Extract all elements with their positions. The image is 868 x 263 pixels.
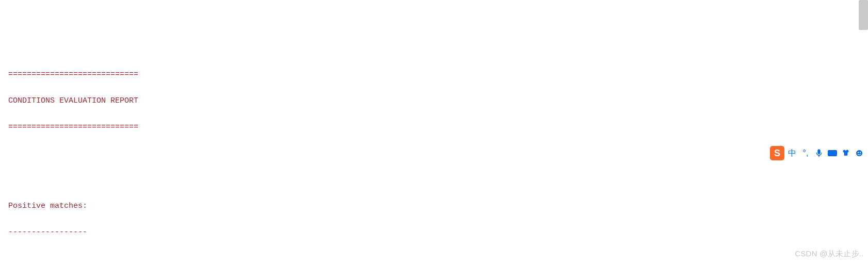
ime-lang-toggle[interactable]: 中 xyxy=(786,147,798,159)
blank-line xyxy=(8,252,860,264)
svg-rect-4 xyxy=(831,152,832,153)
conditions-report: ============================ CONDITIONS … xyxy=(0,53,868,263)
positive-matches-underline: ----------------- xyxy=(8,226,860,239)
positive-matches-header: Positive matches: xyxy=(8,200,860,213)
sogou-logo-letter: S xyxy=(774,145,780,161)
svg-rect-6 xyxy=(834,152,835,153)
blank-line xyxy=(8,173,860,187)
report-title: CONDITIONS EVALUATION REPORT xyxy=(8,94,860,108)
sogou-logo-icon[interactable]: S xyxy=(770,146,784,160)
vertical-scrollbar[interactable] xyxy=(859,0,868,30)
punct-icon[interactable]: °, xyxy=(800,147,811,159)
tool-icon[interactable] xyxy=(854,147,865,159)
svg-point-10 xyxy=(860,152,861,153)
mic-icon[interactable] xyxy=(813,147,825,159)
keyboard-icon[interactable] xyxy=(827,147,838,159)
svg-rect-3 xyxy=(829,152,830,153)
svg-rect-7 xyxy=(830,154,835,155)
svg-point-8 xyxy=(856,150,862,156)
svg-rect-0 xyxy=(818,150,820,154)
svg-point-9 xyxy=(858,152,859,153)
blank-line xyxy=(8,147,860,160)
csdn-watermark: CSDN @从未止步.. xyxy=(795,247,864,260)
svg-rect-5 xyxy=(832,152,833,153)
report-hr-top: ============================ xyxy=(8,68,860,81)
ime-toolbar[interactable]: S 中 °, xyxy=(769,144,866,162)
report-hr-bottom: ============================ xyxy=(8,121,860,134)
skin-icon[interactable] xyxy=(840,147,851,159)
